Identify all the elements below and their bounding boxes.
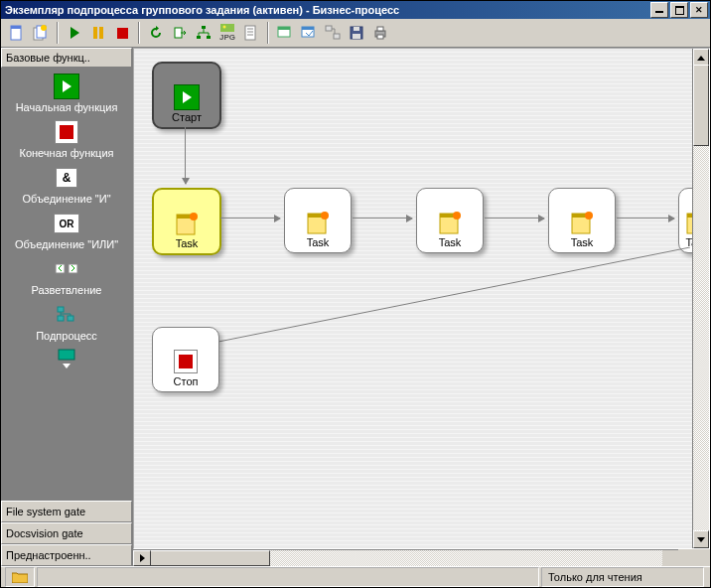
palette-item-and[interactable]: & Объединение "И" bbox=[1, 165, 132, 205]
svg-point-12 bbox=[222, 26, 225, 29]
node-label: Task bbox=[176, 237, 199, 249]
sidebar-buttons: File system gate Docsvision gate Преднас… bbox=[1, 501, 132, 566]
stop-button[interactable] bbox=[111, 22, 133, 44]
scroll-right-button[interactable] bbox=[133, 550, 151, 566]
task-icon bbox=[173, 210, 201, 237]
svg-rect-27 bbox=[377, 27, 383, 31]
connector bbox=[617, 218, 674, 219]
svg-rect-33 bbox=[58, 316, 64, 321]
window-button-2[interactable] bbox=[298, 22, 320, 44]
palette-item-subprocess[interactable]: Подпроцесс bbox=[1, 302, 132, 342]
svg-rect-7 bbox=[175, 28, 182, 38]
palette-label: Объединение "И" bbox=[22, 193, 110, 205]
svg-rect-25 bbox=[353, 34, 360, 39]
save-button[interactable] bbox=[346, 22, 367, 44]
canvas-area: Старт Task Task Task bbox=[133, 48, 710, 566]
node-start[interactable]: Старт bbox=[152, 62, 221, 129]
canvas[interactable]: Старт Task Task Task bbox=[133, 48, 710, 549]
node-task-2[interactable]: Task bbox=[284, 188, 352, 253]
scroll-corner bbox=[694, 549, 710, 565]
task-icon bbox=[436, 209, 464, 236]
start-icon bbox=[173, 83, 201, 111]
svg-rect-18 bbox=[278, 27, 290, 30]
start-icon bbox=[54, 74, 79, 99]
connector bbox=[485, 218, 544, 219]
svg-rect-22 bbox=[334, 34, 340, 39]
svg-point-37 bbox=[190, 213, 198, 220]
task-icon bbox=[304, 209, 332, 236]
pause-button[interactable] bbox=[87, 22, 109, 44]
scroll-thumb[interactable] bbox=[693, 65, 709, 146]
connector-diag bbox=[194, 247, 700, 357]
export-jpg-button[interactable]: JPG bbox=[216, 22, 238, 44]
branch-icon bbox=[54, 256, 79, 282]
status-readonly: Только для чтения bbox=[541, 567, 704, 587]
palette-label: Начальная функция bbox=[16, 101, 118, 113]
window-button-1[interactable] bbox=[274, 22, 296, 44]
properties-button[interactable] bbox=[240, 22, 262, 44]
palette-label: Конечная функция bbox=[19, 147, 113, 159]
svg-rect-8 bbox=[202, 26, 206, 29]
svg-rect-29 bbox=[56, 264, 65, 273]
subprocess-icon bbox=[54, 302, 79, 328]
svg-rect-1 bbox=[11, 26, 21, 29]
node-task-4[interactable]: Task bbox=[548, 188, 616, 253]
node-task-1[interactable]: Task bbox=[152, 188, 221, 255]
palette-label: Разветвление bbox=[32, 284, 102, 296]
statusbar: Только для чтения bbox=[1, 566, 710, 587]
and-icon: & bbox=[54, 165, 79, 191]
layout-button[interactable] bbox=[322, 22, 344, 44]
svg-rect-20 bbox=[302, 27, 314, 30]
refresh-button[interactable] bbox=[145, 22, 167, 44]
svg-rect-13 bbox=[245, 26, 255, 40]
svg-rect-24 bbox=[354, 27, 359, 31]
palette-label: Объединение "ИЛИ" bbox=[15, 238, 118, 250]
svg-point-43 bbox=[453, 212, 461, 220]
svg-point-40 bbox=[321, 212, 329, 220]
play-button[interactable] bbox=[64, 22, 85, 44]
connector bbox=[185, 124, 186, 184]
app-window: Экземпляр подпроцесса группового задания… bbox=[0, 0, 711, 588]
palette-more[interactable] bbox=[1, 348, 132, 362]
node-stop[interactable]: Стоп bbox=[152, 327, 219, 392]
svg-rect-11 bbox=[220, 24, 234, 32]
copy-doc-button[interactable] bbox=[30, 22, 52, 44]
sidebar-btn-filesystem[interactable]: File system gate bbox=[1, 501, 132, 522]
node-label: Task bbox=[571, 236, 594, 248]
scroll-down-button[interactable] bbox=[693, 530, 709, 548]
vertical-scrollbar[interactable] bbox=[692, 49, 709, 548]
window-title: Экземпляр подпроцесса группового задания… bbox=[5, 4, 648, 16]
status-spacer bbox=[37, 567, 539, 587]
node-task-3[interactable]: Task bbox=[416, 188, 484, 253]
svg-rect-21 bbox=[326, 26, 332, 31]
palette: Начальная функция Конечная функция & Объ… bbox=[1, 68, 132, 501]
palette-item-start[interactable]: Начальная функция bbox=[1, 74, 132, 113]
palette-item-or[interactable]: OR Объединение "ИЛИ" bbox=[1, 211, 132, 250]
sidebar-header[interactable]: Базовые функц.. bbox=[1, 48, 132, 68]
scroll-thumb[interactable] bbox=[149, 550, 270, 566]
palette-item-branch[interactable]: Разветвление bbox=[1, 256, 132, 296]
goto-button[interactable] bbox=[169, 22, 191, 44]
palette-scroll-down[interactable] bbox=[63, 364, 71, 368]
body-area: Базовые функц.. Начальная функция Конечн… bbox=[1, 48, 710, 566]
node-label: Старт bbox=[172, 111, 202, 123]
minimize-button[interactable] bbox=[650, 2, 668, 18]
print-button[interactable] bbox=[369, 22, 391, 44]
svg-rect-32 bbox=[68, 316, 73, 321]
sidebar: Базовые функц.. Начальная функция Конечн… bbox=[1, 48, 133, 566]
new-doc-button[interactable] bbox=[6, 22, 28, 44]
svg-rect-6 bbox=[99, 27, 103, 39]
horizontal-scrollbar[interactable] bbox=[133, 549, 678, 566]
node-label: Task bbox=[439, 236, 462, 248]
sidebar-btn-docsvision[interactable]: Docsvision gate bbox=[1, 522, 132, 544]
toolbar: JPG bbox=[1, 19, 710, 48]
node-label: Task bbox=[307, 236, 330, 248]
maximize-button[interactable] bbox=[670, 2, 688, 18]
tree-button[interactable] bbox=[193, 22, 214, 44]
connector bbox=[353, 218, 412, 219]
or-icon: OR bbox=[54, 211, 79, 236]
sidebar-btn-preset[interactable]: Преднастроенн.. bbox=[1, 544, 132, 566]
svg-line-49 bbox=[194, 247, 690, 347]
palette-item-end[interactable]: Конечная функция bbox=[1, 119, 132, 159]
close-button[interactable]: ✕ bbox=[690, 2, 708, 18]
